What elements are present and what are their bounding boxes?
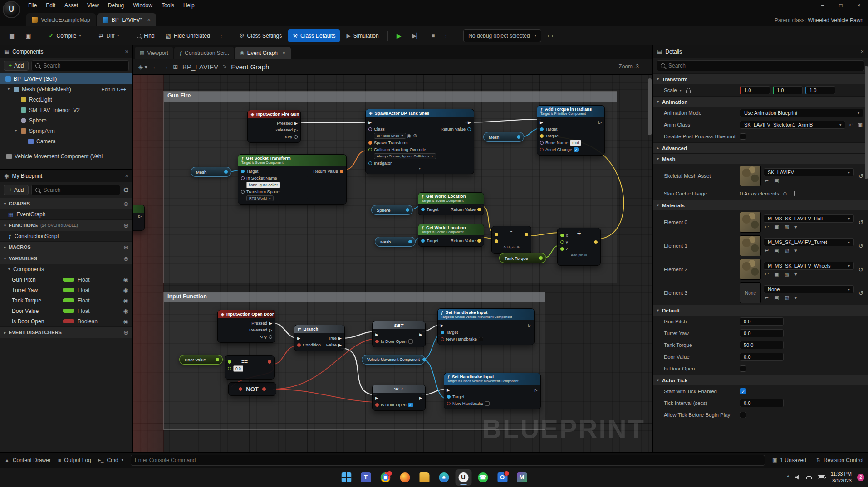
target-pin[interactable] — [421, 239, 425, 243]
bool-checkbox[interactable]: ✓ — [408, 403, 413, 407]
exec-pin[interactable]: ▶ — [419, 396, 422, 400]
tab-construction-script[interactable]: ƒConstruction Scr... — [174, 47, 234, 59]
expander-icon[interactable]: ▾ — [657, 77, 659, 81]
pill-vehicle-movement-component[interactable]: Vehicle Movement Component — [362, 355, 425, 365]
back-icon[interactable]: ← — [152, 63, 158, 70]
exec-pin[interactable]: ▶ — [297, 336, 300, 341]
node-get-socket-transform[interactable]: ƒGet Socket Transform Target is Scene Co… — [238, 154, 347, 205]
exec-pin[interactable]: ▶ — [338, 343, 342, 347]
reset-icon[interactable]: ↺ — [858, 219, 863, 226]
filter-gear-icon[interactable]: ⚙ — [123, 186, 129, 194]
firefox-app-button[interactable] — [397, 469, 413, 486]
components-search[interactable] — [31, 60, 129, 71]
chevron-down-icon[interactable]: ▾ — [794, 295, 798, 301]
eye-icon[interactable]: ◉ — [123, 277, 128, 283]
node-subtract[interactable]: - Add pin ⊕ — [491, 226, 531, 254]
minimize-icon[interactable]: – — [814, 0, 832, 11]
variable-row-turret-yaw[interactable]: Turret YawFloat◉ — [0, 285, 132, 295]
unreal-engine-logo[interactable]: U — [3, 1, 20, 18]
event-graph-canvas[interactable]: Gun Fire Input Function — [133, 75, 652, 452]
node-spawnactor-bp-tank-shell[interactable]: ✚SpawnActor BP Tank Shell ▶▶ Class Retur… — [365, 109, 474, 174]
close-icon[interactable]: × — [125, 48, 128, 55]
menu-file[interactable]: File — [24, 0, 41, 10]
class-settings-button[interactable]: ⚙Class Settings — [235, 29, 286, 42]
chevron-down-icon[interactable]: ▾ — [794, 271, 798, 277]
exec-pin[interactable]: ▶ — [419, 332, 422, 337]
add-macro-icon[interactable]: ⊕ — [123, 244, 128, 251]
material-thumbnail[interactable] — [740, 235, 761, 256]
my-blueprint-search-input[interactable] — [43, 187, 116, 193]
expander-icon[interactable]: ▾ — [657, 308, 659, 312]
close-tab-icon[interactable]: × — [282, 49, 286, 56]
browse-asset-icon[interactable]: ▣ — [773, 295, 780, 301]
outlook-app-button[interactable]: O — [494, 469, 510, 486]
component-item-mesh[interactable]: ▾Mesh (VehicleMesh)Edit in C++ — [0, 84, 132, 94]
chevron-down-icon[interactable]: ▾ — [680, 88, 682, 93]
exec-pin[interactable]: ▷ — [528, 323, 531, 328]
save-button[interactable]: ▤ — [5, 29, 19, 42]
skeletal-mesh-thumbnail[interactable] — [740, 166, 761, 186]
torque-pin[interactable] — [540, 134, 544, 138]
bone-name-pin[interactable] — [540, 141, 544, 145]
node-divide[interactable]: ÷ x y z Add pin ⊕ — [557, 228, 601, 266]
exec-pin[interactable]: ▷ — [294, 128, 298, 132]
exec-pin[interactable]: ▶ — [447, 388, 450, 392]
input-pin[interactable] — [228, 360, 231, 364]
accel-change-pin[interactable] — [540, 148, 544, 151]
add-dispatcher-icon[interactable]: ⊕ — [123, 329, 128, 336]
add-function-icon[interactable]: ⊕ — [123, 222, 128, 229]
grid-icon[interactable]: ⊞ — [173, 63, 178, 70]
simulation-button[interactable]: ▶Simulation — [342, 29, 383, 42]
bool-checkbox[interactable] — [479, 337, 483, 341]
hidden-icons-chevron[interactable]: ^ — [787, 474, 790, 481]
input-pin[interactable] — [495, 239, 498, 243]
tick-interval-field[interactable]: 0.0 — [740, 399, 784, 407]
section-transform[interactable]: ▾Transform — [653, 73, 868, 84]
material-dropdown[interactable]: M_MS_SK_LAVIFV_Wheels▾ — [764, 262, 854, 270]
door-value-field[interactable]: 0.0 — [740, 353, 784, 361]
compile-button[interactable]: ✓Compile▾ — [44, 29, 86, 42]
close-icon[interactable]: × — [850, 0, 868, 11]
material-thumbnail-none[interactable]: None — [740, 282, 761, 303]
unreal-app-button[interactable]: U — [455, 469, 471, 486]
maximize-icon[interactable]: □ — [832, 0, 850, 11]
input-pin[interactable] — [239, 387, 242, 391]
menu-help[interactable]: Help — [179, 0, 199, 10]
use-asset-icon[interactable]: ↩ — [764, 224, 770, 230]
return-pin[interactable] — [467, 127, 471, 131]
variable-row-door-value[interactable]: Door ValueFloat◉ — [0, 306, 132, 316]
section-advanced[interactable]: ▸Advanced — [653, 142, 868, 153]
my-blueprint-header[interactable]: ◉ My Blueprint × — [0, 170, 132, 182]
output-pin[interactable] — [216, 358, 219, 361]
expander-icon[interactable]: ▾ — [6, 87, 11, 91]
bool-checkbox[interactable] — [485, 401, 490, 406]
expander-icon[interactable]: ▸ — [4, 245, 6, 249]
expander-icon[interactable]: ▾ — [657, 203, 659, 207]
expander-icon[interactable]: ▾ — [657, 157, 659, 161]
node-set-handbrake-input-2[interactable]: ƒSet Handbrake Input Target is Chaos Veh… — [444, 373, 541, 409]
material-dropdown[interactable]: M_MS_SK_LAVIFV_Turret▾ — [764, 238, 854, 246]
add-component-button[interactable]: +Add — [4, 61, 29, 71]
output-pin[interactable] — [406, 208, 409, 212]
animation-mode-dropdown[interactable]: Use Animation Blueprint▾ — [740, 109, 863, 117]
component-item-rectlight[interactable]: RectLight — [0, 94, 132, 105]
component-item-sphere[interactable]: Sphere — [0, 115, 132, 126]
reset-icon[interactable]: ↺ — [858, 243, 863, 249]
anim-class-dropdown[interactable]: SK_LAVIFV_Skeleton1_AnimB▾ — [740, 121, 845, 129]
collision-dropdown[interactable]: Always Spawn, Ignore Collisions▾ — [374, 153, 436, 159]
use-asset-icon[interactable]: ↩ — [764, 271, 770, 277]
node-set-is-door-open-2[interactable]: SET ▶▶ Is Door Open✓ — [372, 385, 426, 411]
section-materials[interactable]: ▾Materials — [653, 200, 868, 210]
output-pin[interactable] — [422, 358, 426, 361]
condition-pin[interactable] — [297, 343, 301, 347]
expander-icon[interactable]: ▾ — [657, 100, 659, 104]
exec-pin[interactable]: ▶ — [540, 120, 543, 125]
chevron-down-icon[interactable]: ▾ — [794, 248, 798, 253]
scale-y-field[interactable]: 1.0 — [773, 86, 803, 94]
battery-icon[interactable] — [818, 475, 825, 479]
new-handbrake-pin[interactable] — [441, 337, 444, 341]
output-pin[interactable] — [517, 135, 520, 139]
expander-icon[interactable]: ▸ — [4, 331, 6, 335]
menu-view[interactable]: View — [83, 0, 103, 10]
explorer-app-button[interactable] — [416, 469, 432, 486]
